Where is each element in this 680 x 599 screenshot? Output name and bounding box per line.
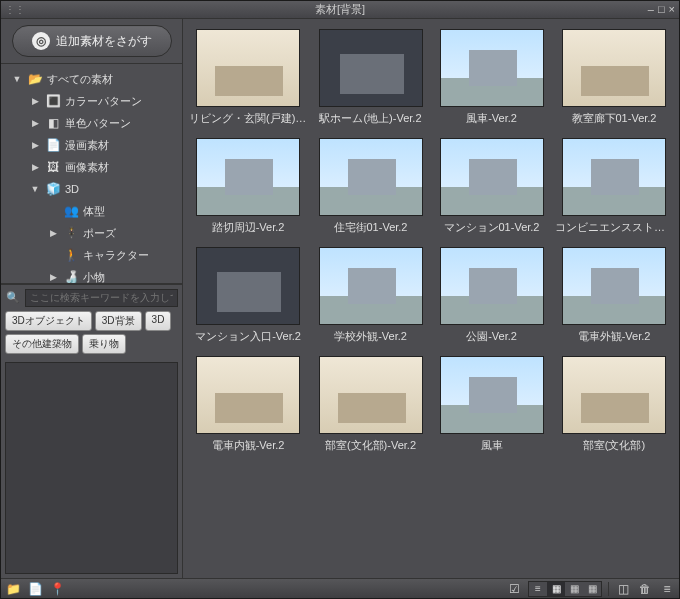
preview-pane: [5, 362, 178, 575]
asset-label: 風車-Ver.2: [466, 111, 517, 126]
footer: 📁 📄 📍 ☑ ≡ ▦ ▦ ▦ ◫ 🗑 ≡: [1, 578, 679, 598]
paper-icon[interactable]: 📄: [27, 582, 43, 596]
grid-medium-button[interactable]: ▦: [565, 582, 583, 596]
tree-item[interactable]: ▼🧊3D: [1, 178, 182, 200]
asset-item[interactable]: 教室廊下01-Ver.2: [555, 29, 673, 126]
asset-thumbnail: [440, 29, 544, 107]
asset-grid: リビング・玄関(戸建)-Ver.2駅ホーム(地上)-Ver.2風車-Ver.2教…: [189, 29, 673, 453]
tree-item[interactable]: ▶🍶小物: [1, 266, 182, 284]
asset-item[interactable]: 風車: [434, 356, 549, 453]
asset-item[interactable]: リビング・玄関(戸建)-Ver.2: [189, 29, 307, 126]
asset-thumbnail: [196, 138, 300, 216]
folder-type-icon: 👥: [63, 204, 79, 218]
asset-item[interactable]: 電車内観-Ver.2: [189, 356, 307, 453]
asset-label: 電車外観-Ver.2: [578, 329, 651, 344]
asset-item[interactable]: 部室(文化部)-Ver.2: [313, 356, 428, 453]
toggle-icon: ▶: [29, 118, 41, 128]
asset-label: 風車: [481, 438, 503, 453]
tree-item[interactable]: 👥体型: [1, 200, 182, 222]
tree-item-label: カラーパターン: [65, 94, 142, 109]
asset-item[interactable]: 学校外観-Ver.2: [313, 247, 428, 344]
asset-thumbnail: [562, 356, 666, 434]
sidebar: ◎ 追加素材をさがす ▼📂すべての素材▶🔳カラーパターン▶◧単色パターン▶📄漫画…: [1, 19, 183, 578]
asset-item[interactable]: 公園-Ver.2: [434, 247, 549, 344]
toggle-icon: ▶: [47, 228, 59, 238]
asset-thumbnail: [196, 356, 300, 434]
filter-tag[interactable]: その他建築物: [5, 334, 79, 354]
asset-label: 電車内観-Ver.2: [212, 438, 285, 453]
folder-type-icon: 🔳: [45, 94, 61, 108]
filter-tag[interactable]: 3Dオブジェクト: [5, 311, 92, 331]
titlebar-grip[interactable]: ⋮⋮: [5, 4, 25, 15]
filter-tag[interactable]: 乗り物: [82, 334, 126, 354]
asset-item[interactable]: 部室(文化部): [555, 356, 673, 453]
tree-item[interactable]: ▶🖼画像素材: [1, 156, 182, 178]
view-mode-toggle: ≡ ▦ ▦ ▦: [528, 581, 602, 597]
tree-item-label: 体型: [83, 204, 105, 219]
asset-thumbnail: [196, 29, 300, 107]
asset-thumbnail: [440, 138, 544, 216]
asset-item[interactable]: 電車外観-Ver.2: [555, 247, 673, 344]
check-icon[interactable]: ☑: [506, 582, 522, 596]
folder-type-icon: 📄: [45, 138, 61, 152]
search-input[interactable]: [25, 289, 178, 307]
asset-label: マンション入口-Ver.2: [195, 329, 301, 344]
asset-item[interactable]: マンション入口-Ver.2: [189, 247, 307, 344]
minimize-icon[interactable]: –: [648, 4, 654, 15]
add-material-button[interactable]: ◎ 追加素材をさがす: [12, 25, 172, 57]
tree-item[interactable]: ▶📄漫画素材: [1, 134, 182, 156]
tree-item-label: 3D: [65, 183, 79, 195]
trash-icon[interactable]: 🗑: [637, 582, 653, 596]
toggle-icon: ▶: [29, 96, 41, 106]
asset-label: 住宅街01-Ver.2: [334, 220, 408, 235]
grid-small-button[interactable]: ▦: [547, 582, 565, 596]
toggle-icon: ▶: [29, 140, 41, 150]
asset-label: 部室(文化部)-Ver.2: [325, 438, 416, 453]
filter-tag[interactable]: 3D背景: [95, 311, 142, 331]
folder-type-icon: ◧: [45, 116, 61, 130]
asset-item[interactable]: コンビニエンスストア-Ver.2: [555, 138, 673, 235]
tree-item[interactable]: ▶◧単色パターン: [1, 112, 182, 134]
asset-thumbnail: [562, 29, 666, 107]
asset-label: 駅ホーム(地上)-Ver.2: [319, 111, 421, 126]
folder-type-icon: 📂: [27, 72, 43, 86]
folder-type-icon: 🚶: [63, 248, 79, 262]
toggle-icon: ▼: [11, 74, 23, 84]
list-view-button[interactable]: ≡: [529, 582, 547, 596]
asset-label: 学校外観-Ver.2: [334, 329, 407, 344]
tree-item[interactable]: 🚶キャラクター: [1, 244, 182, 266]
folder-type-icon: 🕴: [63, 226, 79, 240]
tree-item[interactable]: ▶🕴ポーズ: [1, 222, 182, 244]
asset-item[interactable]: マンション01-Ver.2: [434, 138, 549, 235]
asset-label: リビング・玄関(戸建)-Ver.2: [189, 111, 307, 126]
folder-icon[interactable]: 📁: [5, 582, 21, 596]
maximize-icon[interactable]: □: [658, 4, 665, 15]
asset-item[interactable]: 風車-Ver.2: [434, 29, 549, 126]
folder-type-icon: 🖼: [45, 160, 61, 174]
tree-item[interactable]: ▶🔳カラーパターン: [1, 90, 182, 112]
titlebar: ⋮⋮ 素材[背景] – □ ×: [1, 1, 679, 19]
tree-item-label: 漫画素材: [65, 138, 109, 153]
asset-thumbnail: [319, 247, 423, 325]
pin-icon[interactable]: 📍: [49, 582, 65, 596]
asset-item[interactable]: 踏切周辺-Ver.2: [189, 138, 307, 235]
close-icon[interactable]: ×: [669, 4, 675, 15]
filter-tag[interactable]: 3D: [145, 311, 172, 331]
tree-item-label: 単色パターン: [65, 116, 131, 131]
tree-item-label: ポーズ: [83, 226, 116, 241]
tree-item-label: 画像素材: [65, 160, 109, 175]
toggle-icon: ▶: [29, 162, 41, 172]
tree-item-label: 小物: [83, 270, 105, 284]
swirl-icon: ◎: [32, 32, 50, 50]
asset-item[interactable]: 駅ホーム(地上)-Ver.2: [313, 29, 428, 126]
tile-icon[interactable]: ◫: [615, 582, 631, 596]
asset-thumbnail: [319, 29, 423, 107]
menu-icon[interactable]: ≡: [659, 582, 675, 596]
folder-type-icon: 🍶: [63, 270, 79, 284]
tree-item[interactable]: ▼📂すべての素材: [1, 68, 182, 90]
asset-thumbnail: [319, 138, 423, 216]
asset-thumbnail: [196, 247, 300, 325]
tree-item-label: キャラクター: [83, 248, 149, 263]
asset-item[interactable]: 住宅街01-Ver.2: [313, 138, 428, 235]
grid-large-button[interactable]: ▦: [583, 582, 601, 596]
